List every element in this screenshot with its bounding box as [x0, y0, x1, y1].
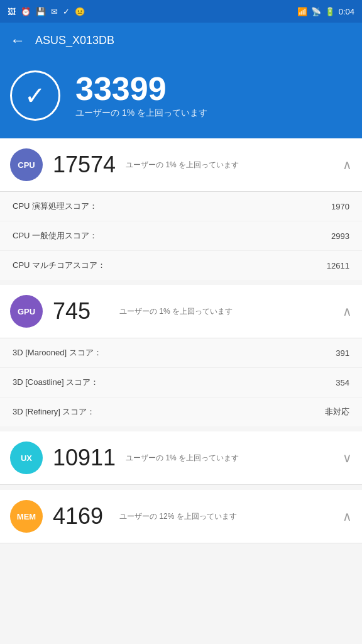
check-icon: ✓: [63, 7, 70, 16]
detail-value-gpu-2: 非対応: [325, 406, 349, 418]
detail-value-cpu-1: 2993: [331, 231, 349, 241]
badge-ux: UX: [10, 441, 43, 474]
badge-cpu: CPU: [10, 148, 43, 181]
chevron-cpu[interactable]: ∧: [343, 157, 352, 172]
section-cpu: CPU 17574 ユーザーの 1% を上回っています ∧ CPU 演算処理スコ…: [0, 138, 362, 280]
chevron-ux[interactable]: ∨: [343, 450, 352, 465]
face-icon: 😐: [75, 7, 85, 16]
status-bar-right: 📶 📡 🔋 0:04: [297, 7, 354, 16]
hero-subtitle: ユーザーの 1% を上回っています: [75, 108, 207, 119]
category-row-gpu[interactable]: GPU 745 ユーザーの 1% を上回っています ∧: [0, 285, 362, 338]
clock-icon: ⏰: [21, 7, 31, 16]
detail-row-cpu-2: CPU マルチコアスコア： 12611: [0, 251, 362, 280]
note-mem: ユーザーの 12% を上回っています: [119, 511, 332, 522]
sd-icon: 💾: [36, 7, 46, 16]
chevron-mem[interactable]: ∧: [343, 509, 352, 524]
detail-label-gpu-2: 3D [Refinery] スコア：: [13, 406, 95, 418]
time-display: 0:04: [339, 7, 354, 16]
detail-value-gpu-0: 391: [336, 348, 349, 358]
detail-row-cpu-1: CPU 一般使用スコア： 2993: [0, 221, 362, 251]
detail-row-gpu-0: 3D [Marooned] スコア： 391: [0, 338, 362, 368]
score-ux: 10911: [53, 445, 116, 471]
chevron-gpu[interactable]: ∧: [343, 304, 352, 319]
badge-gpu: GPU: [10, 295, 43, 328]
category-row-ux[interactable]: UX 10911 ユーザーの 1% を上回っています ∨: [0, 431, 362, 485]
category-row-mem[interactable]: MEM 4169 ユーザーの 12% を上回っています ∧: [0, 490, 362, 543]
toolbar-title: ASUS_X013DB: [35, 34, 114, 47]
section-mem: MEM 4169 ユーザーの 12% を上回っています ∧: [0, 490, 362, 543]
check-circle-icon: ✓: [10, 70, 60, 121]
detail-value-cpu-2: 12611: [327, 261, 349, 270]
detail-label-gpu-0: 3D [Marooned] スコア：: [13, 347, 102, 358]
badge-mem: MEM: [10, 500, 43, 533]
note-cpu: ユーザーの 1% を上回っています: [126, 159, 332, 170]
battery-icon: 🔋: [325, 7, 335, 16]
signal-icon: 📡: [311, 7, 321, 16]
score-cpu: 17574: [53, 152, 116, 178]
hero-section: ✓ 33399 ユーザーの 1% を上回っています: [0, 58, 362, 138]
back-button[interactable]: ←: [10, 31, 25, 49]
image-icon: 🖼: [8, 7, 16, 16]
detail-value-gpu-1: 354: [336, 378, 349, 387]
wifi-icon: 📶: [297, 7, 307, 16]
score-gpu: 745: [53, 298, 109, 325]
mail-icon: ✉: [51, 7, 58, 16]
score-mem: 4169: [53, 503, 109, 530]
status-bar-left: 🖼 ⏰ 💾 ✉ ✓ 😐: [8, 7, 85, 16]
detail-label-cpu-0: CPU 演算処理スコア：: [13, 201, 97, 212]
section-gpu: GPU 745 ユーザーの 1% を上回っています ∧ 3D [Marooned…: [0, 285, 362, 426]
detail-row-gpu-2: 3D [Refinery] スコア： 非対応: [0, 397, 362, 426]
status-bar: 🖼 ⏰ 💾 ✉ ✓ 😐 📶 📡 🔋 0:04: [0, 0, 362, 23]
note-ux: ユーザーの 1% を上回っています: [126, 452, 332, 464]
detail-label-cpu-1: CPU 一般使用スコア：: [13, 230, 97, 242]
detail-label-cpu-2: CPU マルチコアスコア：: [13, 260, 106, 271]
categories-container: CPU 17574 ユーザーの 1% を上回っています ∧ CPU 演算処理スコ…: [0, 138, 362, 543]
toolbar: ← ASUS_X013DB: [0, 23, 362, 58]
detail-row-cpu-0: CPU 演算処理スコア： 1970: [0, 192, 362, 221]
total-score: 33399: [75, 72, 207, 105]
detail-value-cpu-0: 1970: [331, 202, 349, 211]
note-gpu: ユーザーの 1% を上回っています: [119, 306, 332, 317]
section-ux: UX 10911 ユーザーの 1% を上回っています ∨: [0, 431, 362, 485]
detail-label-gpu-1: 3D [Coastline] スコア：: [13, 377, 99, 388]
hero-info: 33399 ユーザーの 1% を上回っています: [75, 72, 207, 119]
category-row-cpu[interactable]: CPU 17574 ユーザーの 1% を上回っています ∧: [0, 138, 362, 192]
detail-row-gpu-1: 3D [Coastline] スコア： 354: [0, 368, 362, 397]
